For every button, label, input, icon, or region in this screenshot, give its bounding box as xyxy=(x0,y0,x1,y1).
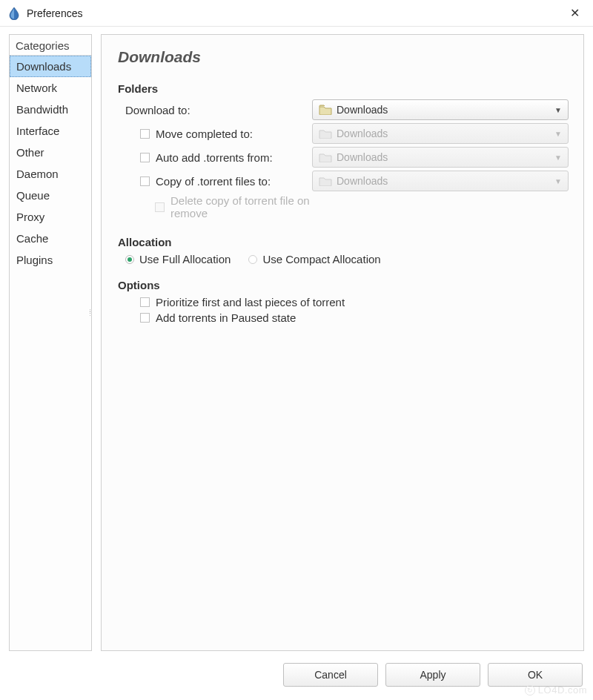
move-completed-select: Downloads ▼ xyxy=(312,123,569,144)
ok-button-label: OK xyxy=(528,669,543,681)
ok-button[interactable]: OK xyxy=(488,663,583,687)
allocation-full-radio[interactable] xyxy=(125,255,134,264)
folders-section-title: Folders xyxy=(118,82,569,95)
sidebar-item-bandwidth[interactable]: Bandwidth xyxy=(10,99,91,120)
paused-toggle[interactable]: Add torrents in Paused state xyxy=(140,311,569,324)
auto-add-label: Auto add .torrents from: xyxy=(156,151,273,164)
sidebar-item-daemon[interactable]: Daemon xyxy=(10,163,91,185)
move-completed-value: Downloads xyxy=(337,128,554,139)
sidebar-item-label: Downloads xyxy=(16,60,71,73)
auto-add-toggle[interactable]: Auto add .torrents from: xyxy=(125,151,312,164)
sidebar-item-plugins[interactable]: Plugins xyxy=(10,249,91,271)
checkbox-icon xyxy=(155,202,165,212)
chevron-down-icon: ▼ xyxy=(554,130,562,138)
delete-copy-row: Delete copy of torrent file on remove xyxy=(125,194,569,219)
folder-icon xyxy=(319,128,332,139)
categories-sidebar: Categories Downloads Network Bandwidth I… xyxy=(9,34,92,651)
auto-add-select: Downloads ▼ xyxy=(312,147,569,168)
move-completed-toggle[interactable]: Move completed to: xyxy=(125,128,312,140)
sidebar-item-label: Daemon xyxy=(16,168,59,180)
auto-add-row: Auto add .torrents from: Downloads ▼ xyxy=(125,147,569,168)
cancel-button[interactable]: Cancel xyxy=(283,663,378,687)
move-completed-label: Move completed to: xyxy=(156,128,253,140)
sidebar-item-downloads[interactable]: Downloads xyxy=(10,56,91,77)
chevron-down-icon: ▼ xyxy=(554,153,562,162)
sidebar-item-interface[interactable]: Interface xyxy=(10,120,91,142)
folder-icon xyxy=(319,152,332,162)
chevron-down-icon: ▼ xyxy=(554,177,562,185)
allocation-section-title: Allocation xyxy=(118,236,569,248)
sidebar-item-label: Plugins xyxy=(16,254,53,266)
prioritize-toggle[interactable]: Prioritize first and last pieces of torr… xyxy=(140,296,569,308)
sidebar-header: Categories xyxy=(10,35,91,56)
copy-to-label: Copy of .torrent files to: xyxy=(156,175,271,188)
content-area: Categories Downloads Network Bandwidth I… xyxy=(0,27,593,657)
delete-copy-label: Delete copy of torrent file on remove xyxy=(170,194,312,219)
sidebar-item-label: Interface xyxy=(16,125,59,137)
sidebar-item-label: Other xyxy=(16,146,44,159)
app-icon xyxy=(7,7,21,20)
sidebar-item-network[interactable]: Network xyxy=(10,77,91,99)
auto-add-value: Downloads xyxy=(337,151,554,163)
sidebar-item-label: Network xyxy=(16,82,57,94)
copy-to-select: Downloads ▼ xyxy=(312,171,569,191)
download-to-label: Download to: xyxy=(125,104,312,116)
titlebar: Preferences ✕ xyxy=(0,0,593,27)
download-to-select[interactable]: Downloads ▼ xyxy=(312,99,569,120)
sidebar-item-label: Cache xyxy=(16,232,48,245)
allocation-compact-label: Use Compact Allocation xyxy=(262,253,380,265)
options-section-title: Options xyxy=(118,279,569,291)
sidebar-item-proxy[interactable]: Proxy xyxy=(10,206,91,228)
sidebar-item-queue[interactable]: Queue xyxy=(10,185,91,206)
sidebar-item-other[interactable]: Other xyxy=(10,142,91,163)
allocation-full-label: Use Full Allocation xyxy=(139,253,231,265)
chevron-down-icon: ▼ xyxy=(554,106,562,114)
delete-copy-toggle: Delete copy of torrent file on remove xyxy=(125,194,312,219)
close-icon[interactable]: ✕ xyxy=(564,3,586,23)
sidebar-item-label: Bandwidth xyxy=(16,103,68,116)
sidebar-item-label: Queue xyxy=(16,189,50,202)
settings-panel: Downloads Folders Download to: Downloads… xyxy=(101,34,584,651)
cancel-button-label: Cancel xyxy=(314,669,347,681)
copy-to-row: Copy of .torrent files to: Downloads ▼ xyxy=(125,171,569,191)
checkbox-icon xyxy=(140,129,150,139)
sidebar-item-label: Proxy xyxy=(16,211,44,223)
folder-icon xyxy=(319,176,332,186)
allocation-compact-radio[interactable] xyxy=(248,255,257,264)
resize-grip-icon[interactable]: ⋮⋮ xyxy=(87,310,92,314)
paused-label: Add torrents in Paused state xyxy=(156,311,296,324)
checkbox-icon xyxy=(140,313,150,323)
panel-title: Downloads xyxy=(118,48,569,66)
copy-to-value: Downloads xyxy=(337,175,554,187)
copy-to-toggle[interactable]: Copy of .torrent files to: xyxy=(125,175,312,188)
download-to-row: Download to: Downloads ▼ xyxy=(125,99,569,120)
window-title: Preferences xyxy=(27,7,82,19)
checkbox-icon xyxy=(140,153,150,162)
download-to-value: Downloads xyxy=(337,104,554,116)
apply-button-label: Apply xyxy=(420,669,445,681)
move-completed-row: Move completed to: Downloads ▼ xyxy=(125,123,569,144)
sidebar-item-cache[interactable]: Cache xyxy=(10,228,91,249)
checkbox-icon xyxy=(140,176,150,186)
button-bar: Cancel Apply OK xyxy=(0,657,593,700)
prioritize-label: Prioritize first and last pieces of torr… xyxy=(156,296,345,308)
checkbox-icon xyxy=(140,297,150,307)
apply-button[interactable]: Apply xyxy=(385,663,480,687)
folder-icon xyxy=(319,105,332,115)
